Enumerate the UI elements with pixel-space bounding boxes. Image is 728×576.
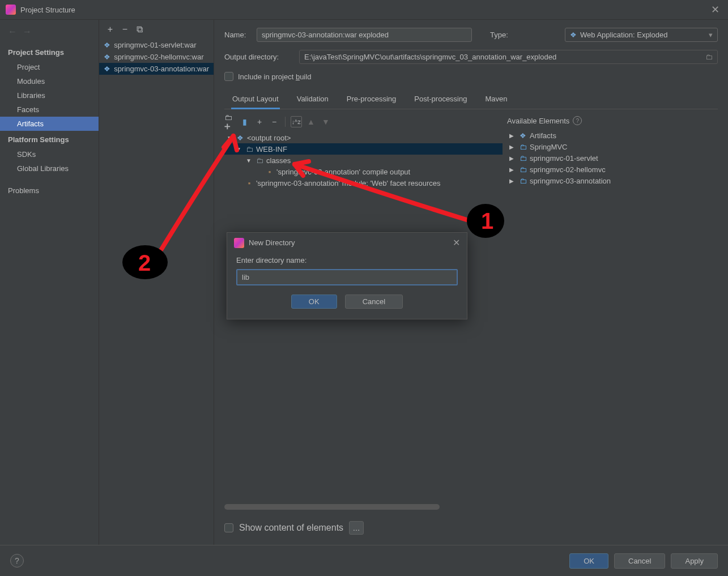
tree-label: 'springmvc-03-annotation' module: 'Web' … <box>256 179 440 187</box>
type-label: Type: <box>490 31 558 39</box>
expand-icon[interactable]: ▼ <box>227 135 233 141</box>
modal-cancel-button[interactable]: Cancel <box>345 295 403 309</box>
available-elements-header: Available Elements <box>507 117 569 125</box>
tree-label: 'springmvc-03-annotation' compile output <box>276 168 410 176</box>
sidebar-item-artifacts[interactable]: Artifacts <box>0 117 99 131</box>
modal-ok-button[interactable]: OK <box>291 295 337 309</box>
sidebar-item-problems[interactable]: Problems <box>0 184 99 198</box>
window-title: Project Structure <box>20 6 708 14</box>
sidebar-section-platform-settings: Platform Settings <box>0 131 99 147</box>
chevron-down-icon: ▾ <box>709 31 713 39</box>
tree-output-root[interactable]: ▼ ❖ <output root> <box>224 132 503 143</box>
module-folder-icon: 🗀 <box>518 153 527 163</box>
tab-output-layout[interactable]: Output Layout <box>231 91 280 109</box>
tree-web-inf[interactable]: ▼ 🗀 WEB-INF <box>224 143 503 155</box>
tree-label: WEB-INF <box>256 145 287 153</box>
expand-icon[interactable]: ▼ <box>246 157 253 164</box>
sidebar-item-facets[interactable]: Facets <box>0 103 99 117</box>
browse-folder-icon[interactable]: 🗀 <box>705 53 713 61</box>
avail-servlet[interactable]: ▶ 🗀 springmvc-01-servlet <box>507 152 718 164</box>
artifact-label: springmvc-01-servlet:war <box>114 41 196 49</box>
sidebar-item-sdks[interactable]: SDKs <box>0 147 99 161</box>
include-build-checkbox[interactable] <box>224 72 233 81</box>
module-folder-icon: 🗀 <box>518 165 527 174</box>
folder-icon: 🗀 <box>255 156 264 165</box>
tree-label: springmvc-01-servlet <box>530 154 598 163</box>
tree-classes[interactable]: ▼ 🗀 classes <box>224 155 503 166</box>
sidebar-section-project-settings: Project Settings <box>0 44 99 60</box>
sidebar-item-global-libraries[interactable]: Global Libraries <box>0 161 99 176</box>
move-up-icon[interactable]: ▲ <box>305 116 317 127</box>
new-archive-icon[interactable]: ▮ <box>239 116 250 127</box>
tree-label: classes <box>266 156 291 165</box>
horizontal-scrollbar[interactable] <box>224 504 440 510</box>
sidebar-item-modules[interactable]: Modules <box>0 74 99 88</box>
avail-artifacts[interactable]: ▶ ❖ Artifacts <box>507 130 718 141</box>
add-artifact-icon[interactable]: + <box>105 24 115 35</box>
tree-label: springmvc-03-annotation <box>530 177 611 185</box>
remove-artifact-icon[interactable]: − <box>120 24 130 35</box>
artifact-row[interactable]: ❖ springmvc-01-servlet:war <box>99 39 214 51</box>
expand-icon[interactable]: ▶ <box>509 133 516 139</box>
tree-label: <output root> <box>247 134 291 142</box>
help-icon[interactable]: ? <box>573 116 582 125</box>
output-dir-field[interactable]: E:\javaTest\SpringMVC\out\artifacts\spri… <box>299 50 718 64</box>
copy-artifact-icon[interactable]: ⧉ <box>134 24 144 35</box>
artifact-row[interactable]: ❖ springmvc-03-annotation:war <box>99 63 214 75</box>
new-folder-icon[interactable]: 🗀➕︎ <box>224 116 236 127</box>
window-close-icon[interactable]: ✕ <box>708 3 722 16</box>
expand-icon[interactable]: ▶ <box>509 178 516 184</box>
available-tree: ▶ ❖ Artifacts ▶ 🗀 SpringMVC ▶ 🗀 springmv… <box>507 130 718 186</box>
tree-label: SpringMVC <box>530 143 567 151</box>
name-input[interactable] <box>257 28 472 42</box>
modal-close-icon[interactable]: ✕ <box>453 237 460 248</box>
artifacts-icon: ❖ <box>518 131 527 140</box>
tab-post-processing[interactable]: Post-processing <box>413 91 468 109</box>
apply-button[interactable]: Apply <box>671 553 718 569</box>
artifact-icon: ❖ <box>104 53 110 61</box>
help-button[interactable]: ? <box>10 554 24 568</box>
expand-icon[interactable]: ▼ <box>236 146 242 152</box>
include-build-label: Include in project build <box>238 72 311 81</box>
artifact-row[interactable]: ❖ springmvc-02-hellomvc:war <box>99 51 214 63</box>
tab-maven[interactable]: Maven <box>484 91 508 109</box>
web-app-icon: ❖ <box>570 31 577 39</box>
add-copy-icon[interactable]: + <box>254 116 265 127</box>
module-folder-icon: 🗀 <box>518 142 527 151</box>
tab-validation[interactable]: Validation <box>296 91 330 109</box>
artifact-label: springmvc-02-hellomvc:war <box>114 53 203 61</box>
sidebar-item-libraries[interactable]: Libraries <box>0 88 99 103</box>
module-icon: ▪ <box>245 178 254 187</box>
expand-icon[interactable]: ▶ <box>509 155 516 161</box>
titlebar: Project Structure ✕ <box>0 0 728 20</box>
nav-forward-icon[interactable]: → <box>23 27 32 37</box>
modal-prompt: Enter directory name: <box>236 256 458 264</box>
avail-springmvc[interactable]: ▶ 🗀 SpringMVC <box>507 141 718 152</box>
output-dir-label: Output directory: <box>224 53 292 61</box>
move-down-icon[interactable]: ▼ <box>320 116 331 127</box>
tree-compile-output[interactable]: ▪ 'springmvc-03-annotation' compile outp… <box>224 166 503 177</box>
tabs: Output Layout Validation Pre-processing … <box>224 91 718 109</box>
output-tree: ▼ ❖ <output root> ▼ 🗀 WEB-INF ▼ 🗀 classe… <box>224 132 503 189</box>
avail-hellomvc[interactable]: ▶ 🗀 springmvc-02-hellomvc <box>507 164 718 175</box>
tab-pre-processing[interactable]: Pre-processing <box>346 91 397 109</box>
module-icon: ▪ <box>265 167 274 176</box>
type-select[interactable]: ❖ Web Application: Exploded ▾ <box>565 28 718 42</box>
avail-annotation[interactable]: ▶ 🗀 springmvc-03-annotation <box>507 175 718 186</box>
expand-icon[interactable]: ▶ <box>509 167 516 173</box>
cancel-button[interactable]: Cancel <box>614 553 665 569</box>
show-content-more-button[interactable]: … <box>349 521 364 535</box>
artifact-icon: ❖ <box>104 41 110 49</box>
expand-icon[interactable]: ▶ <box>509 144 516 150</box>
nav-back-icon[interactable]: ← <box>8 27 17 37</box>
remove-icon[interactable]: − <box>269 116 280 127</box>
tree-facet-resources[interactable]: ▪ 'springmvc-03-annotation' module: 'Web… <box>224 177 503 189</box>
tree-label: springmvc-02-hellomvc <box>530 165 606 174</box>
show-content-checkbox[interactable] <box>224 523 233 532</box>
ok-button[interactable]: OK <box>569 553 608 569</box>
sort-icon[interactable]: ↓ᴬᴢ <box>291 116 302 127</box>
type-value: Web Application: Exploded <box>580 31 667 39</box>
module-folder-icon: 🗀 <box>518 176 527 185</box>
sidebar-item-project[interactable]: Project <box>0 60 99 74</box>
directory-name-input[interactable] <box>236 269 458 285</box>
